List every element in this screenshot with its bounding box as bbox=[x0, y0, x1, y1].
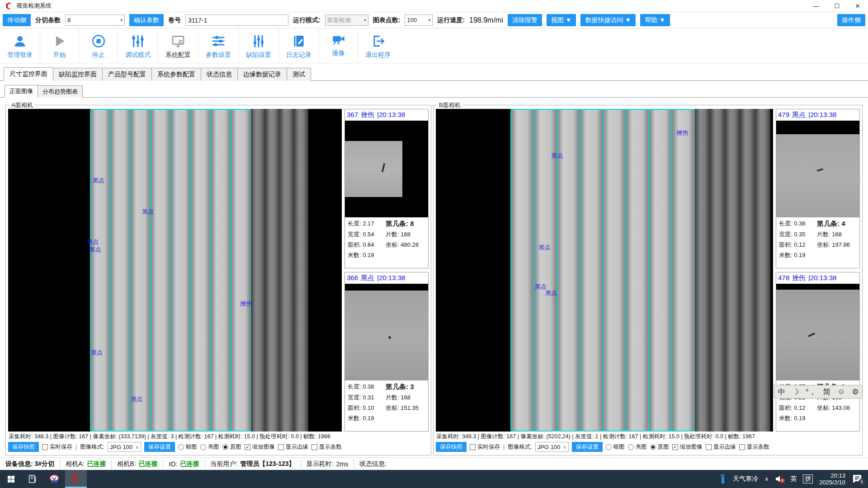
tab-system-params[interactable]: 系统参数配置 bbox=[151, 68, 201, 81]
strip-boundary-line bbox=[671, 110, 672, 431]
tab-trend-chart[interactable]: 分布趋势图表 bbox=[38, 85, 83, 98]
app-logo-icon bbox=[5, 2, 13, 10]
ime-lang-toggle[interactable]: 中 bbox=[778, 387, 785, 397]
defect-fields: 长度: 2.17 第几条: 8 宽度: 0.54 片数: 168 面积: 0.6… bbox=[345, 217, 428, 268]
drive-side-button[interactable]: 传动侧 bbox=[3, 14, 31, 26]
slit-count-select[interactable]: 8▾ bbox=[65, 14, 125, 26]
minimize-button[interactable]: — bbox=[806, 0, 826, 12]
operator-side-button[interactable]: 操作侧 bbox=[837, 14, 865, 26]
strip-boundary-line bbox=[90, 110, 91, 431]
tray-expand-chevron[interactable]: ∧ bbox=[764, 476, 769, 482]
tab-size-monitor[interactable]: 尺寸监控界面 bbox=[4, 67, 53, 81]
confirm-count-button[interactable]: 确认条数 bbox=[129, 14, 164, 26]
defect-entry[interactable]: 366黑点|20:13:38 长度: 0.38 第几条: 3 宽度: 0.31 … bbox=[344, 272, 429, 432]
bright-image-radio[interactable]: 亮图 bbox=[628, 443, 647, 451]
defect-thumbnail bbox=[776, 284, 859, 380]
ime-emoji-icon[interactable]: ☺ bbox=[837, 387, 845, 396]
snipping-tool-button[interactable] bbox=[43, 470, 65, 488]
stop-button[interactable]: 停止 bbox=[79, 28, 118, 63]
strip-boundary-line bbox=[580, 110, 580, 431]
param-settings-button[interactable]: 参数设置 bbox=[198, 28, 238, 63]
zoom-image-checkbox[interactable]: ✓缩放图像 bbox=[245, 443, 275, 451]
defect-thumbnail bbox=[345, 121, 428, 217]
system-config-button[interactable]: 系统配置 bbox=[158, 28, 198, 63]
save-settings-button[interactable]: 保存设置 bbox=[572, 442, 603, 452]
camera-a-image[interactable]: 黑点黑点黑点黑点挫伤黑点黑点 bbox=[8, 109, 342, 432]
defect-fields: 长度: 0.38 第几条: 3 宽度: 0.31 片数: 168 面积: 0.1… bbox=[345, 380, 428, 431]
image-format-select[interactable]: JPG 100∨ bbox=[535, 442, 569, 452]
log-book-icon bbox=[291, 33, 307, 49]
dark-image-radio[interactable]: 暗图 bbox=[178, 443, 197, 451]
volume-muted-icon[interactable]: ✕ bbox=[775, 475, 784, 483]
zoom-image-checkbox[interactable]: ✓缩放图像 bbox=[672, 443, 703, 451]
weather-text[interactable]: 天气寒冷 bbox=[733, 475, 758, 483]
taskbar-clock[interactable]: 20:13 2025/2/10 bbox=[819, 472, 845, 486]
run-mode-select[interactable]: 双面检测▾ bbox=[325, 14, 368, 26]
original-image-radio[interactable]: 原图 bbox=[650, 443, 669, 451]
strip-boundary-line bbox=[110, 110, 111, 431]
ime-halfwidth-icon[interactable]: ☽ bbox=[792, 387, 799, 397]
strip-boundary-line bbox=[190, 110, 191, 431]
play-icon bbox=[52, 33, 68, 49]
image-format-select[interactable]: JPG 100∨ bbox=[108, 442, 141, 452]
tab-front-image[interactable]: 正面图像 bbox=[5, 85, 38, 98]
defect-marker: 挫伤 bbox=[676, 129, 688, 137]
speed-value: 198.9m/mi bbox=[469, 16, 503, 24]
defect-settings-button[interactable]: 缺陷设置 bbox=[238, 28, 278, 63]
task-view-button[interactable] bbox=[22, 470, 43, 488]
camera-b-conn: 相机B:已连接 bbox=[112, 460, 163, 469]
realtime-save-checkbox[interactable]: 实时保存 bbox=[470, 443, 500, 451]
realtime-save-checkbox[interactable]: 实时保存 bbox=[42, 443, 72, 451]
defect-entry[interactable]: 478挫伤|20:13:38 长度: 0.57 第几条: 3 宽度: 0.21 … bbox=[776, 272, 860, 432]
bright-image-radio[interactable]: 亮图 bbox=[200, 443, 219, 451]
ime-settings-gear-icon[interactable]: ⚙ bbox=[852, 387, 859, 397]
save-snapshot-button[interactable]: 保存快照 bbox=[436, 442, 467, 452]
defect-entry[interactable]: 479黑点|20:13:38 长度: 0.38 第几条: 4 宽度: 0.35 … bbox=[776, 109, 860, 268]
capture-button[interactable]: 撮像 bbox=[319, 28, 358, 63]
ime-indicator[interactable]: 拼 bbox=[803, 474, 813, 483]
admin-login-button[interactable]: 管理登录 bbox=[0, 28, 40, 63]
strip-boundary-line bbox=[150, 110, 151, 431]
chevron-down-icon: ∨ bbox=[132, 445, 138, 450]
data-quick-access-button[interactable]: 数据快捷访问 ▼ bbox=[580, 14, 636, 26]
ime-simplified-toggle[interactable]: 简 bbox=[823, 387, 831, 397]
show-count-checkbox[interactable]: 显示条数 bbox=[311, 443, 342, 451]
save-settings-button[interactable]: 保存设置 bbox=[144, 442, 175, 452]
original-image-radio[interactable]: 原图 bbox=[222, 443, 241, 451]
camera-a-status-line: 采集耗时: 348.3 | 图像计数: 167 | 像素坐标: (333,713… bbox=[8, 432, 429, 441]
camera-a-conn: 相机A:已连接 bbox=[60, 460, 112, 469]
exit-program-button[interactable]: 退出程序 bbox=[358, 28, 398, 63]
maximize-button[interactable]: ☐ bbox=[826, 0, 847, 12]
roll-number-input[interactable] bbox=[185, 14, 288, 26]
clear-alarm-button[interactable]: 清除报警 bbox=[508, 14, 542, 26]
strip-region bbox=[511, 109, 695, 432]
close-button[interactable]: ✕ bbox=[847, 0, 868, 12]
log-record-button[interactable]: 日志记录 bbox=[278, 28, 319, 63]
tab-test[interactable]: 测试 bbox=[287, 68, 311, 81]
defect-entry[interactable]: 367挫伤|20:13:38 长度: 2.17 第几条: 8 宽度: 0.54 … bbox=[344, 109, 429, 268]
save-snapshot-button[interactable]: 保存快照 bbox=[8, 442, 39, 452]
view-menu-button[interactable]: 视图 ▼ bbox=[547, 14, 576, 26]
notification-center-button[interactable]: 6 bbox=[852, 474, 863, 484]
language-indicator[interactable]: 英 bbox=[790, 475, 797, 483]
show-edge-checkbox[interactable]: 显示边缘 bbox=[706, 443, 736, 451]
dark-image-radio[interactable]: 暗图 bbox=[606, 443, 625, 451]
tab-defect-monitor[interactable]: 缺陷监控界面 bbox=[53, 68, 103, 81]
app-taskbar-button[interactable] bbox=[65, 470, 87, 488]
roll-label: 卷号 bbox=[168, 16, 181, 24]
show-edge-checkbox[interactable]: 显示边缘 bbox=[278, 443, 308, 451]
defect-header: 479黑点|20:13:38 bbox=[776, 109, 859, 121]
camera-b-image[interactable]: 挫伤黑点黑点黑点黑点 bbox=[436, 109, 773, 432]
task-view-icon bbox=[28, 474, 38, 484]
start-button[interactable] bbox=[0, 470, 22, 488]
user-icon bbox=[12, 33, 28, 49]
ime-punctuation-toggle[interactable]: °， bbox=[806, 387, 816, 397]
tab-product-model[interactable]: 产品型号配置 bbox=[102, 68, 152, 81]
show-count-checkbox[interactable]: 显示条数 bbox=[739, 443, 769, 451]
debug-mode-button[interactable]: 调试模式 bbox=[118, 28, 158, 63]
start-button[interactable]: 开始 bbox=[40, 28, 79, 63]
tab-edge-data[interactable]: 边缘数据记录 bbox=[237, 68, 287, 81]
chart-points-select[interactable]: 100▾ bbox=[405, 14, 433, 26]
help-menu-button[interactable]: 帮助 ▼ bbox=[640, 14, 670, 26]
tab-status-info[interactable]: 状态信息 bbox=[201, 68, 238, 81]
